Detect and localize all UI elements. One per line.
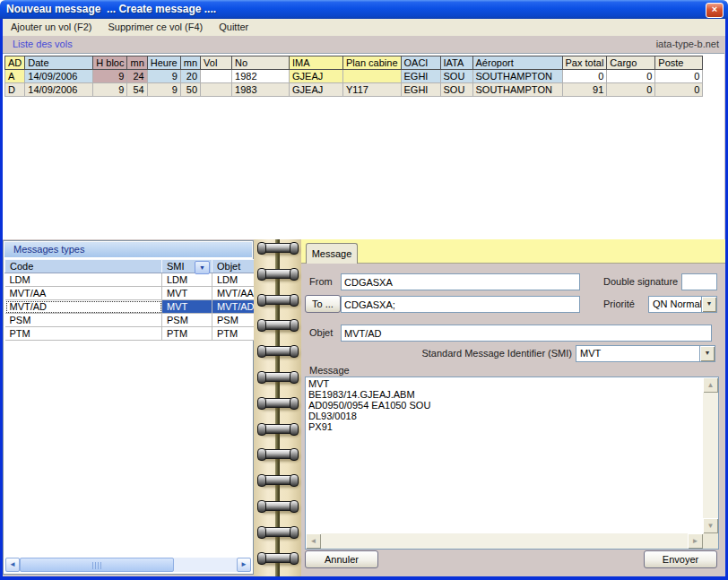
flights-cell[interactable]: 20 xyxy=(180,70,200,83)
message-types-column-header[interactable]: Objet xyxy=(212,260,255,273)
to-input[interactable] xyxy=(341,296,580,313)
scroll-right-arrow-icon[interactable]: ► xyxy=(688,533,703,549)
scroll-left-arrow-icon[interactable]: ◄ xyxy=(306,533,321,549)
from-input[interactable] xyxy=(341,273,580,290)
message-type-smi[interactable]: MVT xyxy=(162,300,212,314)
message-type-row[interactable]: PTMPTMPTM xyxy=(5,327,255,341)
message-text[interactable]: MVT BE1983/14.GJEAJ.ABM AD0950/0954 EA10… xyxy=(308,378,701,532)
window-border-left xyxy=(0,19,3,580)
flights-cell[interactable]: SOU xyxy=(440,83,472,97)
message-hscrollbar[interactable]: ◄ ► xyxy=(306,533,703,549)
close-button[interactable]: × xyxy=(706,3,724,18)
flights-cell[interactable]: EGHI xyxy=(401,70,440,83)
flights-cell[interactable]: GJEAJ xyxy=(290,70,343,83)
menu-item[interactable]: Quitter xyxy=(211,19,256,32)
message-type-smi[interactable]: MVT xyxy=(162,287,212,300)
flights-cell[interactable]: SOU xyxy=(440,70,472,83)
message-types-table: CodeSMI▼Objet LDMLDMLDMMVT/AAMVTMVT/AAMV… xyxy=(4,259,255,341)
flights-cell[interactable] xyxy=(343,70,402,83)
message-type-row[interactable]: PSMPSMPSM xyxy=(5,314,255,327)
smi-combo[interactable]: MVT ▼ xyxy=(576,345,715,362)
chevron-down-icon[interactable]: ▼ xyxy=(699,346,715,361)
send-button[interactable]: Envoyer xyxy=(644,550,717,568)
double-signature-input[interactable] xyxy=(681,273,717,290)
flights-cell[interactable]: 0 xyxy=(607,83,655,97)
flights-cell[interactable]: 0 xyxy=(655,70,703,83)
message-type-code[interactable]: MVT/AD xyxy=(5,300,162,314)
scrollbar-thumb[interactable] xyxy=(20,558,174,572)
message-vscrollbar[interactable]: ▲ ▼ xyxy=(703,377,718,533)
flights-cell[interactable]: 14/09/2006 xyxy=(25,83,93,97)
spiral-ring-icon xyxy=(258,501,298,511)
flights-cell[interactable]: 0 xyxy=(607,70,655,83)
double-signature-label: Double signature xyxy=(603,276,678,287)
message-textarea[interactable]: MVT BE1983/14.GJEAJ.ABM AD0950/0954 EA10… xyxy=(305,377,719,550)
scroll-right-arrow-icon[interactable]: ► xyxy=(237,558,251,572)
flights-cell[interactable]: Y117 xyxy=(343,83,402,97)
flights-table-body: A14/09/20069249201982GJEAJEGHISOUSOUTHAM… xyxy=(5,70,703,97)
scroll-down-arrow-icon[interactable]: ▼ xyxy=(703,518,718,533)
flights-cell[interactable]: 0 xyxy=(655,83,703,97)
flights-cell[interactable]: 24 xyxy=(127,70,147,83)
flights-cell[interactable]: GJEAJ xyxy=(290,83,343,97)
menu-item[interactable]: Supprimer ce vol (F4) xyxy=(100,19,211,32)
flights-cell[interactable]: 50 xyxy=(180,83,200,97)
to-button[interactable]: To ... xyxy=(305,295,341,313)
flights-cell[interactable]: 9 xyxy=(147,70,180,83)
flights-column-header: H bloc xyxy=(93,56,127,70)
flights-cell[interactable]: 9 xyxy=(93,83,127,97)
message-type-code[interactable]: PTM xyxy=(5,327,162,341)
cancel-button[interactable]: Annuler xyxy=(305,550,378,568)
message-type-row[interactable]: MVT/AAMVTMVT/AA xyxy=(5,287,255,300)
site-label: iata-type-b.net xyxy=(656,39,719,49)
message-type-row[interactable]: MVT/ADMVTMVT/AD xyxy=(5,300,255,314)
objet-label: Objet xyxy=(309,327,333,338)
flights-cell[interactable]: 9 xyxy=(147,83,180,97)
flights-cell[interactable]: EGHI xyxy=(401,83,440,97)
app-window: Nouveau message ... Create message .... … xyxy=(0,0,728,580)
priorite-combo[interactable]: QN Normal ▼ xyxy=(648,296,717,313)
message-types-hscrollbar[interactable]: ◄ ► xyxy=(5,558,251,572)
message-type-smi[interactable]: PSM xyxy=(162,314,212,327)
scroll-up-arrow-icon[interactable]: ▲ xyxy=(703,377,718,393)
message-types-header-row: CodeSMI▼Objet xyxy=(5,260,255,273)
flights-cell[interactable] xyxy=(201,83,232,97)
flights-cell[interactable]: 0 xyxy=(562,70,607,83)
chevron-down-icon[interactable]: ▼ xyxy=(701,297,716,312)
message-types-column-header[interactable]: SMI▼ xyxy=(162,260,212,273)
flights-cell[interactable]: 54 xyxy=(127,83,147,97)
objet-input[interactable] xyxy=(341,325,712,342)
spiral-rod xyxy=(275,239,280,576)
message-type-smi[interactable]: PTM xyxy=(162,327,212,341)
menu-item[interactable]: Ajouter un vol (F2) xyxy=(3,19,100,32)
message-type-objet[interactable]: PSM xyxy=(212,314,255,327)
message-type-row[interactable]: LDMLDMLDM xyxy=(5,273,255,287)
message-type-code[interactable]: LDM xyxy=(5,273,162,287)
flights-cell[interactable]: 91 xyxy=(562,83,607,97)
flights-column-header: OACI xyxy=(401,56,440,70)
flights-cell[interactable]: A xyxy=(5,70,25,83)
message-type-objet[interactable]: LDM xyxy=(212,273,255,287)
flight-row[interactable]: A14/09/20069249201982GJEAJEGHISOUSOUTHAM… xyxy=(5,70,703,83)
message-type-smi[interactable]: LDM xyxy=(162,273,212,287)
message-type-objet[interactable]: MVT/AD xyxy=(212,300,255,314)
scroll-left-arrow-icon[interactable]: ◄ xyxy=(5,558,20,572)
tab-message[interactable]: Message xyxy=(306,243,358,264)
message-types-column-header[interactable]: Code xyxy=(5,260,162,273)
flights-cell[interactable]: SOUTHAMPTON xyxy=(472,83,562,97)
message-type-objet[interactable]: PTM xyxy=(212,327,255,341)
message-type-objet[interactable]: MVT/AA xyxy=(212,287,255,300)
flights-cell[interactable]: SOUTHAMPTON xyxy=(472,70,562,83)
chevron-down-icon[interactable]: ▼ xyxy=(195,261,210,274)
flights-cell[interactable]: 14/09/2006 xyxy=(25,70,93,83)
message-type-code[interactable]: MVT/AA xyxy=(5,287,162,300)
flights-cell[interactable]: D xyxy=(5,83,25,97)
message-type-code[interactable]: PSM xyxy=(5,314,162,327)
flights-cell[interactable]: 1982 xyxy=(232,70,290,83)
flights-cell[interactable]: 1983 xyxy=(232,83,290,97)
flight-row[interactable]: D14/09/20069549501983GJEAJY117EGHISOUSOU… xyxy=(5,83,703,97)
flights-column-header: IATA xyxy=(440,56,472,70)
flights-cell[interactable]: 9 xyxy=(93,70,127,83)
spiral-ring-icon xyxy=(258,269,298,279)
flights-cell[interactable] xyxy=(201,70,232,83)
